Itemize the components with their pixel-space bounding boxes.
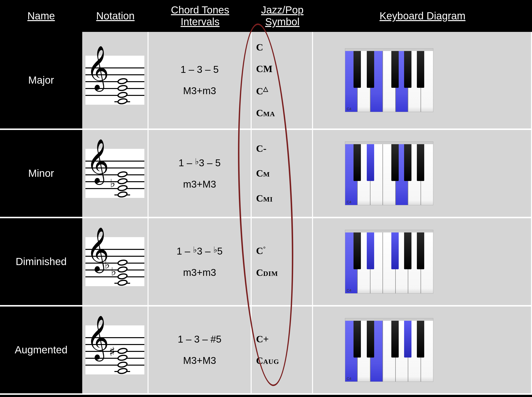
symbol: C- [256, 144, 266, 154]
chord-tones: 1 – ♭3 – ♭5 [177, 245, 223, 257]
jazz-pop-cell: C° CDIM [252, 218, 313, 307]
intervals: m3+M3 [183, 179, 216, 190]
header-jazz-pop: Jazz/Pop Symbol [252, 2, 313, 30]
table-row-augmented: Augmented 𝄞 ♯ 1 – 3 – #5 M [0, 307, 532, 395]
name-label: Augmented [0, 307, 82, 395]
chord-tones-cell: 1 – 3 – 5 M3+m3 [149, 32, 252, 130]
keyboard-cell: C4 [313, 307, 532, 395]
notation-cell: 𝄞 ♭ [82, 130, 149, 218]
c4-label: C4 [347, 200, 351, 204]
keyboard-diagram-major: C4 [345, 48, 433, 112]
keyboard-cell: C4 [313, 32, 532, 130]
symbol: C△ [256, 86, 268, 96]
chord-tones-cell: 1 – ♭3 – ♭5 m3+m3 [149, 218, 252, 307]
jazz-pop-cell: C CM C△ CMA [252, 32, 313, 130]
notation-cell: 𝄞 ♯ [82, 307, 149, 395]
chord-tones-cell: 1 – 3 – #5 M3+M3 [149, 307, 252, 395]
chord-tones-cell: 1 – ♭3 – 5 m3+M3 [149, 130, 252, 218]
symbol: CM [256, 168, 270, 178]
symbol: CMA [256, 108, 275, 118]
symbol: C+ [256, 334, 269, 344]
symbol: CDIM [256, 268, 278, 278]
header-keyboard: Keyboard Diagram [313, 8, 532, 24]
table-row-diminished: Diminished 𝄞 ♭ ♭ [0, 218, 532, 307]
intervals: m3+m3 [183, 267, 216, 278]
keyboard-cell: C4 [313, 218, 532, 307]
table-row-minor: Minor 𝄞 ♭ 1 – ♭3 – 5 [0, 130, 532, 218]
c4-label: C4 [347, 107, 351, 111]
staff-major: 𝄞 [85, 56, 144, 105]
symbol: CM [256, 64, 273, 74]
c4-label: C4 [347, 376, 351, 381]
flat-icon: ♭ [110, 178, 115, 189]
table-row-major: Major 𝄞 1 – 3 – 5 M3+m3 [0, 32, 532, 130]
c4-label: C4 [347, 288, 351, 292]
intervals: M3+M3 [183, 355, 216, 366]
chord-tones: 1 – 3 – #5 [178, 334, 221, 345]
symbol: CMI [256, 193, 273, 203]
chord-tones: 1 – 3 – 5 [180, 64, 219, 75]
keyboard-diagram-diminished: C4 [345, 230, 433, 294]
table-header: Name Notation Chord Tones Intervals Jazz… [0, 0, 532, 32]
keyboard-diagram-augmented: C4 [345, 318, 433, 382]
symbol: C [256, 42, 263, 52]
notation-cell: 𝄞 [82, 32, 149, 130]
header-name: Name [0, 8, 82, 24]
jazz-pop-cell: C+ CAUG [252, 307, 313, 395]
chord-tones: 1 – ♭3 – 5 [178, 157, 221, 168]
flat-icon: ♭ [111, 266, 116, 277]
header-notation: Notation [82, 8, 149, 24]
symbol: CAUG [256, 356, 279, 366]
keyboard-cell: C4 [313, 130, 532, 218]
notation-cell: 𝄞 ♭ ♭ [82, 218, 149, 307]
flat-icon: ♭ [105, 259, 110, 270]
treble-clef-icon: 𝄞 [86, 319, 109, 357]
staff-minor: 𝄞 ♭ [85, 149, 144, 198]
jazz-pop-cell: C- CM CMI [252, 130, 313, 218]
name-label: Diminished [0, 218, 82, 307]
intervals: M3+m3 [183, 85, 216, 96]
treble-clef-icon: 𝄞 [86, 49, 109, 87]
table-body: Major 𝄞 1 – 3 – 5 M3+m3 [0, 32, 532, 395]
name-label: Minor [0, 130, 82, 218]
header-chord-tones: Chord Tones Intervals [149, 2, 252, 30]
staff-augmented: 𝄞 ♯ [85, 325, 144, 374]
treble-clef-icon: 𝄞 [86, 142, 109, 180]
name-label: Major [0, 32, 82, 130]
sharp-icon: ♯ [109, 346, 115, 358]
keyboard-diagram-minor: C4 [345, 141, 433, 205]
staff-diminished: 𝄞 ♭ ♭ [85, 237, 144, 286]
symbol: C° [256, 246, 266, 256]
